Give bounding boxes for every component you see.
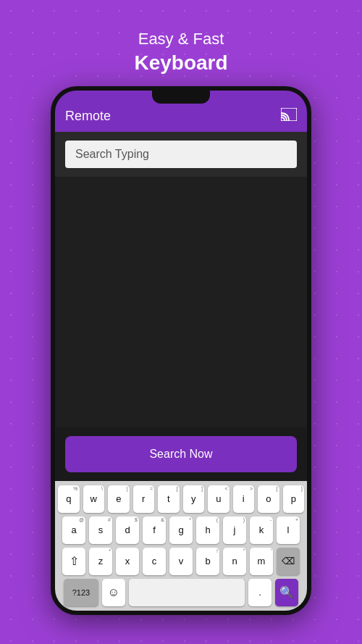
- key-period[interactable]: .: [248, 579, 272, 606]
- content-area: [55, 177, 307, 427]
- key-v[interactable]: v: [169, 548, 193, 575]
- key-emoji[interactable]: ☺: [102, 579, 125, 606]
- keyboard-bottom-row: ?123 ☺ . 🔍: [58, 579, 304, 606]
- keyboard-row2: @a #s $d &f *g (h )j -k +l: [58, 517, 304, 544]
- key-q[interactable]: %q: [58, 485, 80, 513]
- header-title: Keyboard: [134, 50, 227, 76]
- header-subtitle: Easy & Fast: [134, 29, 227, 50]
- phone-mockup: Remote Search Typing Search Now %q: [51, 86, 311, 615]
- key-e[interactable]: |e: [108, 485, 130, 513]
- search-input[interactable]: Search Typing: [65, 141, 297, 168]
- key-n[interactable]: "n: [223, 548, 246, 575]
- key-s[interactable]: #s: [89, 517, 112, 544]
- keyboard-row3: ⇧ *z x c v !b "n 'm ⌫: [58, 548, 304, 575]
- keyboard: %q \w |e =r [t ]y <u >i {o }p @a #s $d &…: [55, 481, 307, 611]
- phone-notch: [152, 91, 210, 104]
- key-w[interactable]: \w: [83, 485, 105, 513]
- key-r[interactable]: =r: [133, 485, 155, 513]
- key-g[interactable]: *g: [169, 517, 193, 544]
- key-t[interactable]: [t: [158, 485, 180, 513]
- key-m[interactable]: 'm: [250, 548, 273, 575]
- search-now-button[interactable]: Search Now: [65, 436, 297, 472]
- key-b[interactable]: !b: [196, 548, 219, 575]
- key-d[interactable]: $d: [116, 517, 139, 544]
- key-j[interactable]: )j: [223, 517, 246, 544]
- svg-point-1: [281, 120, 282, 121]
- search-area: Search Typing: [55, 132, 307, 177]
- key-h[interactable]: (h: [196, 517, 219, 544]
- app-header: Easy & Fast Keyboard: [134, 29, 227, 76]
- key-a[interactable]: @a: [62, 517, 85, 544]
- key-u[interactable]: <u: [208, 485, 230, 513]
- key-i[interactable]: >i: [233, 485, 255, 513]
- app-screen: Remote Search Typing Search Now %q: [55, 91, 307, 611]
- key-p[interactable]: }p: [283, 485, 305, 513]
- key-c[interactable]: c: [143, 548, 166, 575]
- key-l[interactable]: +l: [277, 517, 300, 544]
- key-numbers[interactable]: ?123: [64, 579, 98, 606]
- app-name: Remote: [65, 109, 111, 124]
- keyboard-symbol-row: %q \w |e =r [t ]y <u >i {o }p: [58, 485, 304, 513]
- key-z[interactable]: *z: [89, 548, 112, 575]
- key-delete[interactable]: ⌫: [277, 548, 300, 575]
- key-f[interactable]: &f: [143, 517, 166, 544]
- key-y[interactable]: ]y: [183, 485, 205, 513]
- key-shift[interactable]: ⇧: [62, 548, 85, 575]
- cast-icon[interactable]: [281, 108, 297, 125]
- key-o[interactable]: {o: [258, 485, 279, 513]
- key-k[interactable]: -k: [250, 517, 273, 544]
- key-search[interactable]: 🔍: [275, 579, 298, 606]
- key-space[interactable]: [129, 579, 245, 606]
- key-x[interactable]: x: [116, 548, 139, 575]
